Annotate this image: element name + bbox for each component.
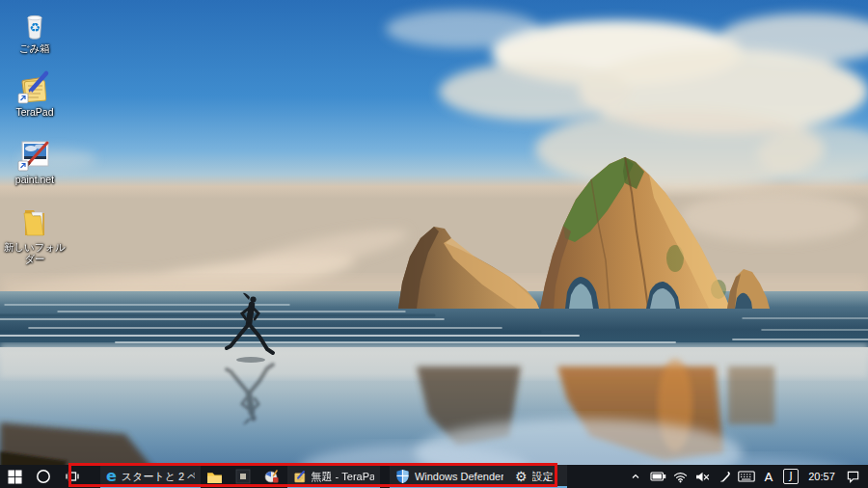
taskbar-app-terapad[interactable]: 無題 - TeraPad: [287, 465, 380, 488]
clock[interactable]: 20:57: [802, 465, 841, 488]
folder-icon: [17, 204, 52, 239]
battery-tray-button[interactable]: [647, 465, 668, 488]
task-view-icon: [65, 469, 80, 484]
taskbar: e スタートと 2 ページ - Mi...: [0, 465, 868, 488]
desktop: ♻ ごみ箱 TeraPad: [0, 0, 868, 488]
dark-app-icon: [235, 469, 251, 484]
terapad-icon: [17, 69, 52, 104]
paint-palette-icon: [264, 469, 280, 484]
desktop-icon-new-folder[interactable]: 新しいフォルダー: [0, 204, 69, 264]
wifi-icon: [673, 471, 688, 483]
pen-icon: [719, 471, 731, 483]
touch-keyboard-tray-button[interactable]: [736, 465, 757, 488]
taskbar-app-settings[interactable]: ⚙ 設定: [509, 465, 567, 488]
cortana-search-button[interactable]: [29, 465, 58, 488]
ime-mode-indicator[interactable]: A: [758, 465, 779, 488]
edge-icon: e: [106, 469, 117, 484]
desktop-icon-terapad[interactable]: TeraPad: [0, 69, 69, 118]
action-center-icon: [846, 470, 860, 483]
terapad-window-title: 無題 - TeraPad: [312, 470, 375, 484]
taskbar-app-buttons: e スタートと 2 ページ - Mi...: [100, 465, 567, 488]
icon-label: TeraPad: [15, 106, 53, 118]
taskbar-app-edge[interactable]: e スタートと 2 ページ - Mi...: [100, 465, 201, 488]
settings-window-title: 設定: [532, 470, 554, 484]
taskbar-app-windows-defender[interactable]: Windows Defender: [390, 465, 509, 488]
keyboard-icon: [738, 471, 755, 482]
edge-window-title: スタートと 2 ページ - Mi...: [122, 470, 195, 484]
wallpaper-beach: [0, 0, 868, 488]
volume-tray-button[interactable]: [692, 465, 713, 488]
taskbar-app-file-explorer[interactable]: [201, 465, 230, 488]
icon-label: paint.net: [15, 174, 54, 185]
file-explorer-icon: [206, 470, 223, 484]
system-tray: A J 20:57: [625, 465, 868, 488]
desktop-icon-paintnet[interactable]: paint.net: [0, 137, 69, 185]
windows-logo-icon: [8, 470, 22, 484]
action-center-button[interactable]: [842, 465, 863, 488]
recycle-bin-icon: ♻: [17, 6, 52, 41]
defender-shield-icon: [395, 469, 410, 484]
taskbar-app-paint[interactable]: [258, 465, 287, 488]
start-button[interactable]: [0, 465, 29, 488]
icon-label: 新しいフォルダー: [1, 241, 68, 264]
defender-window-title: Windows Defender: [415, 471, 503, 482]
svg-text:♻: ♻: [29, 20, 41, 35]
speaker-muted-icon: [695, 471, 710, 483]
taskbar-app-dark-tile[interactable]: [230, 465, 258, 488]
task-view-button[interactable]: [58, 465, 87, 488]
cortana-circle-icon: [36, 469, 51, 484]
show-hidden-icons-button[interactable]: [625, 465, 646, 488]
ime-language-indicator[interactable]: J: [783, 469, 799, 484]
chevron-up-icon: [630, 471, 641, 482]
battery-icon: [650, 471, 666, 482]
icon-label: ごみ箱: [19, 42, 50, 54]
paintnet-icon: [17, 137, 52, 172]
terapad-icon-small: [293, 470, 307, 484]
desktop-icon-recycle-bin[interactable]: ♻ ごみ箱: [0, 6, 69, 54]
windows-ink-tray-button[interactable]: [714, 465, 735, 488]
network-tray-button[interactable]: [669, 465, 691, 488]
gear-icon: ⚙: [515, 469, 528, 484]
